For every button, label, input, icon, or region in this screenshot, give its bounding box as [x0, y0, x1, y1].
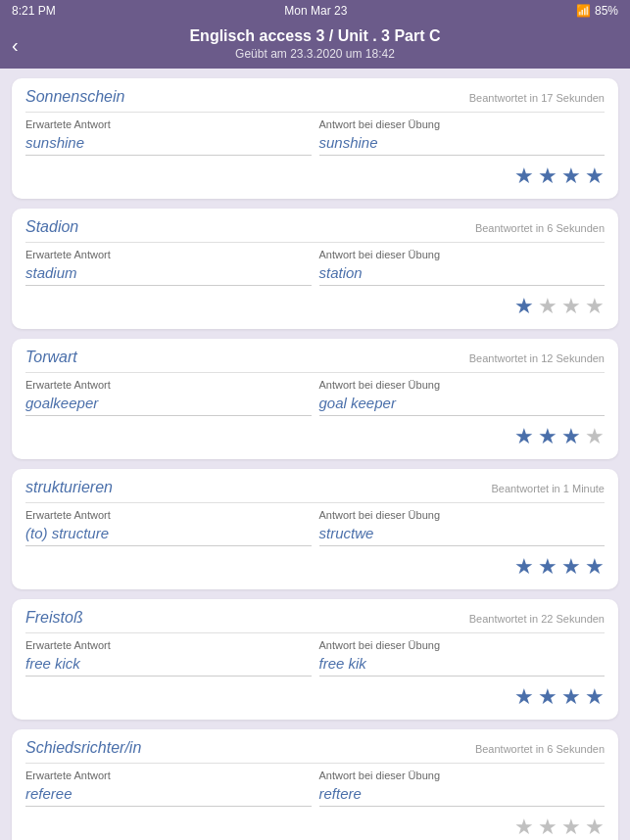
card-body: Erwartete Antwort sunshine Antwort bei d…: [25, 118, 605, 156]
card-time: Beantwortet in 6 Sekunden: [475, 222, 605, 234]
given-label: Antwort bei dieser Übung: [319, 249, 606, 260]
card-time: Beantwortet in 22 Sekunden: [469, 613, 605, 625]
expected-label: Erwartete Antwort: [25, 770, 312, 781]
given-value: station: [319, 264, 606, 286]
card-footer: ★★★★: [25, 163, 605, 189]
star-1: ★: [538, 294, 557, 319]
card-body: Erwartete Antwort referee Antwort bei di…: [25, 770, 605, 807]
star-0: ★: [514, 684, 534, 710]
star-0: ★: [514, 424, 534, 449]
status-time: 8:21 PM: [12, 4, 56, 18]
stars-row: ★★★★: [514, 815, 605, 840]
card-footer: ★★★★: [25, 424, 605, 449]
expected-value: referee: [25, 785, 312, 807]
card-word: Torwart: [25, 349, 77, 366]
star-1: ★: [538, 424, 557, 449]
stars-row: ★★★★: [514, 554, 605, 580]
expected-label: Erwartete Antwort: [25, 118, 312, 130]
expected-col: Erwartete Antwort (to) structure: [25, 509, 312, 546]
expected-col: Erwartete Antwort referee: [25, 770, 312, 807]
given-label: Antwort bei dieser Übung: [319, 770, 606, 781]
battery-level: 85%: [595, 4, 618, 18]
expected-col: Erwartete Antwort goalkeeper: [25, 379, 312, 416]
given-value: structwe: [319, 525, 606, 546]
expected-col: Erwartete Antwort stadium: [25, 249, 312, 286]
card-body: Erwartete Antwort free kick Antwort bei …: [25, 639, 605, 677]
card-word: Freistoß: [25, 609, 83, 627]
given-label: Antwort bei dieser Übung: [319, 379, 606, 391]
given-value: goal keeper: [319, 395, 606, 416]
star-3: ★: [585, 684, 605, 710]
star-1: ★: [538, 815, 557, 840]
header-subtitle: Geübt am 23.3.2020 um 18:42: [39, 47, 591, 61]
star-3: ★: [585, 294, 605, 319]
back-button[interactable]: ‹: [12, 34, 19, 57]
expected-value: goalkeeper: [25, 395, 312, 416]
card-word: Sonnenschein: [25, 88, 124, 106]
card-word: Schiedsrichter/in: [25, 739, 141, 757]
star-0: ★: [514, 163, 534, 189]
star-0: ★: [514, 554, 534, 580]
star-3: ★: [585, 424, 605, 449]
card-body: Erwartete Antwort stadium Antwort bei di…: [25, 249, 605, 286]
page-header: ‹ Englisch access 3 / Unit . 3 Part C Ge…: [0, 22, 630, 69]
given-col: Antwort bei dieser Übung reftere: [319, 770, 606, 807]
card-body: Erwartete Antwort (to) structure Antwort…: [25, 509, 605, 546]
card-body: Erwartete Antwort goalkeeper Antwort bei…: [25, 379, 605, 416]
card-0: Sonnenschein Beantwortet in 17 Sekunden …: [12, 78, 618, 199]
star-1: ★: [538, 684, 557, 710]
given-label: Antwort bei dieser Übung: [319, 509, 606, 521]
status-bar: 8:21 PM Mon Mar 23 📶 85%: [0, 0, 630, 22]
expected-label: Erwartete Antwort: [25, 249, 312, 260]
star-2: ★: [561, 163, 581, 189]
expected-label: Erwartete Antwort: [25, 639, 312, 651]
card-footer: ★★★★: [25, 684, 605, 710]
expected-value: sunshine: [25, 134, 312, 156]
given-col: Antwort bei dieser Übung goal keeper: [319, 379, 606, 416]
given-col: Antwort bei dieser Übung structwe: [319, 509, 606, 546]
star-1: ★: [538, 163, 557, 189]
card-header: strukturieren Beantwortet in 1 Minute: [25, 479, 605, 503]
expected-label: Erwartete Antwort: [25, 509, 312, 521]
star-0: ★: [514, 815, 534, 840]
expected-value: (to) structure: [25, 525, 312, 546]
star-2: ★: [561, 424, 581, 449]
card-time: Beantwortet in 12 Sekunden: [469, 352, 605, 364]
status-right: 📶 85%: [576, 4, 618, 18]
card-5: Schiedsrichter/in Beantwortet in 6 Sekun…: [12, 729, 618, 840]
star-2: ★: [561, 294, 581, 319]
stars-row: ★★★★: [514, 294, 605, 319]
card-3: strukturieren Beantwortet in 1 Minute Er…: [12, 469, 618, 589]
star-3: ★: [585, 815, 605, 840]
star-3: ★: [585, 163, 605, 189]
given-value: reftere: [319, 785, 606, 807]
expected-value: free kick: [25, 655, 312, 677]
given-col: Antwort bei dieser Übung station: [319, 249, 606, 286]
card-header: Stadion Beantwortet in 6 Sekunden: [25, 218, 605, 243]
star-1: ★: [538, 554, 557, 580]
card-footer: ★★★★: [25, 554, 605, 580]
given-label: Antwort bei dieser Übung: [319, 118, 606, 130]
status-day: Mon Mar 23: [284, 4, 347, 18]
wifi-icon: 📶: [576, 4, 591, 18]
given-col: Antwort bei dieser Übung sunshine: [319, 118, 606, 156]
stars-row: ★★★★: [514, 424, 605, 449]
card-header: Schiedsrichter/in Beantwortet in 6 Sekun…: [25, 739, 605, 764]
star-2: ★: [561, 815, 581, 840]
stars-row: ★★★★: [514, 163, 605, 189]
expected-value: stadium: [25, 264, 312, 286]
star-3: ★: [585, 554, 605, 580]
card-footer: ★★★★: [25, 294, 605, 319]
card-word: strukturieren: [25, 479, 113, 496]
expected-label: Erwartete Antwort: [25, 379, 312, 391]
given-label: Antwort bei dieser Übung: [319, 639, 606, 651]
star-2: ★: [561, 554, 581, 580]
given-value: sunshine: [319, 134, 606, 156]
card-time: Beantwortet in 6 Sekunden: [475, 743, 605, 755]
card-header: Freistoß Beantwortet in 22 Sekunden: [25, 609, 605, 633]
card-2: Torwart Beantwortet in 12 Sekunden Erwar…: [12, 339, 618, 459]
card-header: Torwart Beantwortet in 12 Sekunden: [25, 349, 605, 373]
card-time: Beantwortet in 1 Minute: [491, 483, 605, 494]
star-0: ★: [514, 294, 534, 319]
given-col: Antwort bei dieser Übung free kik: [319, 639, 606, 677]
